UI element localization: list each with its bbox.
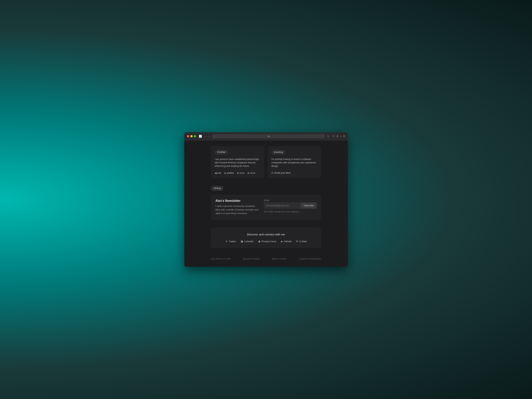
fullscreen-button[interactable] xyxy=(194,135,196,137)
investing-description: I'm actively looking to invest in softwa… xyxy=(271,158,317,168)
sidebar-toggle-button[interactable]: ⬜ xyxy=(199,135,202,138)
github-label: GitHub xyxy=(284,240,291,243)
subscriber-count: Join 1000+ people who love reading it. xyxy=(264,210,317,213)
acme-label: acme xyxy=(250,172,255,174)
newsletter-left: Alex's Newsletter I write a dynamic comm… xyxy=(215,199,259,215)
goldline-icon: ⊕ xyxy=(224,171,226,174)
browser-toolbar: ⬜ ‹ › ◑ ↻ ⓘ ⬆ + ⧉ xyxy=(184,132,348,140)
portfolio-description: I am proud to have established partnersh… xyxy=(215,158,261,168)
info-icon[interactable]: ⓘ xyxy=(332,134,335,138)
url-bar[interactable]: ◑ xyxy=(212,134,324,138)
page-content: Portfolio I am proud to have established… xyxy=(184,140,348,267)
email-icon: ✉ xyxy=(271,171,273,174)
newsletter-title: Alex's Newsletter xyxy=(215,199,259,203)
forward-button[interactable]: › xyxy=(208,134,211,138)
investing-badge: Investing xyxy=(271,150,285,154)
logo-treva: ⊕ treva. xyxy=(237,171,245,174)
newsletter-card: Alex's Newsletter I write a dynamic comm… xyxy=(211,195,321,220)
made-in-framer: Made in Framer xyxy=(272,258,287,260)
stari-icon: ◀ xyxy=(215,171,217,174)
email-deck-label: Email your deck xyxy=(274,171,291,174)
writing-section: Writing Alex's Newsletter I write a dyna… xyxy=(211,186,321,220)
newsletter-right: Email Subscribe Join 1000+ people who lo… xyxy=(264,199,317,213)
share-icon[interactable]: ⬆ xyxy=(336,135,339,138)
writing-badge: Writing xyxy=(211,186,224,191)
producthunt-label: Product Hunt xyxy=(262,240,276,243)
github-link[interactable]: ◈ GitHub xyxy=(281,240,291,243)
producthunt-icon: ◉ xyxy=(258,240,260,243)
footer: Alex Johnson © 2024 Buy this Template Ma… xyxy=(211,256,321,261)
toolbar-right-actions: ⓘ ⬆ + ⧉ xyxy=(332,134,345,138)
goldline-label: goldline xyxy=(227,172,234,174)
stari-label: stari xyxy=(217,172,221,174)
twitter-icon: ✕ xyxy=(226,240,228,243)
email-input-row: Subscribe xyxy=(264,203,317,209)
newsletter-description: I write a dynamic community newsletter f… xyxy=(215,204,259,215)
buy-template-link[interactable]: Buy this Template xyxy=(243,258,260,260)
traffic-lights xyxy=(187,135,196,137)
email-input[interactable] xyxy=(264,203,301,209)
linkedin-icon: ▣ xyxy=(241,240,243,243)
twitter-link[interactable]: ✕ Twitter xyxy=(226,240,236,243)
email-deck-link[interactable]: ✉ Email your deck xyxy=(271,171,317,174)
portfolio-logos: ◀ stari ⊕ goldline ⊕ treva. ⊕ acme xyxy=(215,171,261,174)
social-links: ✕ Twitter ▣ LinkedIn ◉ Product Hunt ◈ Gi… xyxy=(215,240,317,243)
footer-copyright: Alex Johnson © 2024 xyxy=(211,258,231,260)
logo-goldline: ⊕ goldline xyxy=(224,171,234,174)
linkedin-link[interactable]: ▣ LinkedIn xyxy=(241,240,254,243)
portfolio-card: Portfolio I am proud to have established… xyxy=(211,146,265,178)
browser-window: ⬜ ‹ › ◑ ↻ ⓘ ⬆ + ⧉ Portfolio I am proud t… xyxy=(184,132,348,267)
created-by: Created by Manikandan xyxy=(299,258,321,260)
producthunt-link[interactable]: ◉ Product Hunt xyxy=(258,240,276,243)
linkedin-label: LinkedIn xyxy=(244,240,254,243)
treva-icon: ⊕ xyxy=(237,171,239,174)
cards-row: Portfolio I am proud to have established… xyxy=(211,146,321,178)
email-field-label: Email xyxy=(264,199,317,201)
url-security-icon: ◑ xyxy=(267,135,269,138)
reload-button[interactable]: ↻ xyxy=(326,134,330,138)
twitter-label: Twitter xyxy=(229,240,236,243)
logo-acme: ⊕ acme xyxy=(247,171,255,174)
minimize-button[interactable] xyxy=(190,135,193,137)
email-social-label: E-Mail xyxy=(299,240,306,243)
acme-icon: ⊕ xyxy=(247,171,249,174)
portfolio-badge: Portfolio xyxy=(215,150,228,154)
investing-card: Investing I'm actively looking to invest… xyxy=(267,146,321,178)
logo-stari: ◀ stari xyxy=(215,171,221,174)
close-button[interactable] xyxy=(187,135,189,137)
github-icon: ◈ xyxy=(281,240,283,243)
back-button[interactable]: ‹ xyxy=(204,134,206,138)
tabs-overview-icon[interactable]: ⧉ xyxy=(343,134,345,138)
connect-title: Discover and connect with me xyxy=(215,233,317,236)
email-social-icon: ✉ xyxy=(296,240,298,243)
email-link[interactable]: ✉ E-Mail xyxy=(296,240,306,243)
connect-card: Discover and connect with me ✕ Twitter ▣… xyxy=(211,228,321,248)
treva-label: treva. xyxy=(240,172,245,174)
subscribe-button[interactable]: Subscribe xyxy=(301,203,317,209)
add-tab-icon[interactable]: + xyxy=(340,135,342,138)
